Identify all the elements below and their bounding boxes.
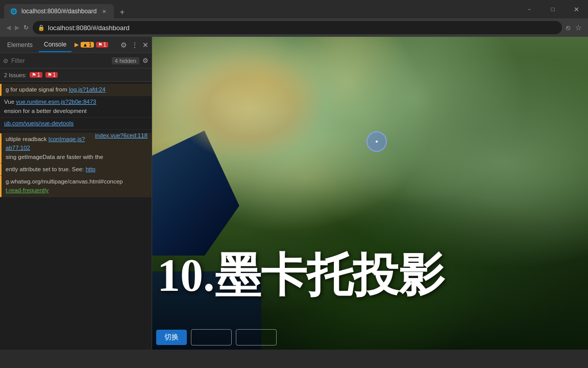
share-icon[interactable]: ⎋ bbox=[566, 24, 570, 32]
secure-icon: 🔒 bbox=[38, 25, 45, 31]
error-badge: ⚑ 1 bbox=[96, 42, 109, 48]
filter-settings-icon[interactable]: ⚙ bbox=[142, 57, 149, 64]
log-text-7: g.whatwg.org/multipage/canvas.html#conce… bbox=[6, 178, 123, 185]
console-log: g for update signal from log.js?1afd:24 … bbox=[0, 82, 152, 350]
devtools-panel: Elements Console ▶ ▲ 1 ⚑ 1 bbox=[0, 37, 152, 350]
filter-icon: ⊘ bbox=[3, 57, 8, 64]
settings-icon[interactable]: ⚙ bbox=[119, 40, 128, 50]
nav-refresh-icon[interactable]: ↻ bbox=[23, 24, 29, 31]
log-link-6[interactable]: http bbox=[86, 166, 95, 172]
issues-err-badge: ⚑ 1 bbox=[45, 72, 58, 78]
bottom-buttons-bar: 切换 bbox=[152, 325, 588, 350]
close-button[interactable]: ✕ bbox=[565, 0, 588, 18]
address-input[interactable] bbox=[33, 21, 562, 34]
log-link-2[interactable]: vue.runtime.esm.js?2b0e:8473 bbox=[16, 99, 96, 105]
map-title: 10. 墨卡托投影 bbox=[157, 252, 445, 298]
log-entry-3: ub.com/vuejs/vue-devtools bbox=[0, 118, 152, 130]
tab-close-button[interactable]: ✕ bbox=[101, 8, 108, 15]
bookmark-icon[interactable]: ☆ bbox=[575, 24, 582, 32]
nav-back-icon[interactable]: ◀ bbox=[6, 24, 11, 31]
log-entry-1: g for update signal from log.js?1afd:24 bbox=[0, 84, 152, 96]
log-link-3[interactable]: ub.com/vuejs/vue-devtools bbox=[4, 120, 74, 126]
run-icon: ▶ bbox=[75, 41, 79, 48]
issues-bar: 2 Issues: ⚑ 1 ⚑ 1 bbox=[0, 68, 152, 82]
close-devtools-icon[interactable]: ✕ bbox=[141, 40, 150, 50]
issues-warn-icon: ⚑ bbox=[32, 72, 36, 78]
address-container: 🔒 bbox=[33, 21, 562, 34]
warn-badge: ▲ 1 bbox=[81, 42, 93, 48]
switch-button[interactable]: 切换 bbox=[156, 330, 187, 345]
more-options-icon[interactable]: ⋮ bbox=[130, 40, 139, 50]
log-link-4[interactable]: index.vue?6ced:118 bbox=[95, 131, 148, 140]
log-text-1: g for update signal from bbox=[6, 86, 69, 93]
log-text-5a: ultiple readback bbox=[6, 136, 48, 142]
tab-elements[interactable]: Elements bbox=[2, 38, 38, 52]
terrain-detail-1 bbox=[195, 37, 326, 131]
error-flag-icon: ⚑ bbox=[98, 42, 103, 48]
window-controls: － □ ✕ bbox=[518, 0, 588, 18]
issues-warn-badge: ⚑ 1 bbox=[30, 72, 42, 78]
devtools-tabs: Elements Console ▶ ▲ 1 ⚑ 1 bbox=[0, 37, 152, 53]
log-entry-7: g.whatwg.org/multipage/canvas.html#conce… bbox=[0, 176, 152, 197]
log-entry-2: Vue vue.runtime.esm.js?2b0e:8473 ension … bbox=[0, 96, 152, 118]
issues-err-icon: ⚑ bbox=[47, 72, 52, 78]
cursor-dot bbox=[376, 141, 378, 143]
map-area: 10. 墨卡托投影 切换 bbox=[152, 37, 588, 350]
outline-button-2[interactable] bbox=[236, 329, 277, 346]
issues-label: 2 Issues: bbox=[4, 72, 27, 78]
nav-forward-icon[interactable]: ▶ bbox=[15, 24, 19, 31]
log-entry-4: index.vue?6ced:118 bbox=[0, 130, 152, 133]
address-bar: ◀ ▶ ↻ 🔒 ⎋ ☆ bbox=[0, 18, 588, 37]
tab-console[interactable]: Console bbox=[39, 38, 71, 52]
restore-button[interactable]: □ bbox=[541, 0, 565, 18]
filter-input[interactable] bbox=[11, 57, 109, 64]
log-text-6: ently attribute set to true. See: bbox=[6, 166, 86, 172]
minimize-button[interactable]: － bbox=[518, 0, 541, 18]
filter-bar: ⊘ 4 hidden ⚙ bbox=[0, 53, 152, 68]
main-layout: Elements Console ▶ ▲ 1 ⚑ 1 bbox=[0, 37, 588, 350]
address-actions: ⎋ ☆ bbox=[566, 24, 582, 32]
new-tab-button[interactable]: + bbox=[116, 6, 128, 18]
log-text-2a: Vue bbox=[4, 99, 16, 105]
log-link-7[interactable]: t-read-frequently bbox=[6, 187, 48, 193]
outline-button-1[interactable] bbox=[191, 329, 232, 346]
active-tab[interactable]: 🌐 localhost:8080/#/dashboard ✕ bbox=[4, 4, 114, 18]
tab-favicon: 🌐 bbox=[10, 8, 17, 15]
title-chinese: 墨卡托投影 bbox=[215, 252, 445, 298]
tab-label: localhost:8080/#/dashboard bbox=[21, 8, 96, 15]
title-number: 10. bbox=[157, 252, 215, 298]
devtools-tab-icons: ▶ ▲ 1 ⚑ 1 bbox=[75, 41, 108, 48]
hidden-count-badge: 4 hidden bbox=[112, 57, 139, 64]
log-link-1[interactable]: log.js?1afd:24 bbox=[69, 86, 106, 93]
warn-triangle-icon: ▲ bbox=[83, 42, 88, 48]
tab-bar: 🌐 localhost:8080/#/dashboard ✕ + － □ ✕ bbox=[0, 0, 588, 18]
log-text-2b: ension for a better development bbox=[4, 108, 87, 114]
cursor-circle bbox=[366, 131, 387, 152]
log-entry-6: ently attribute set to true. See: http bbox=[0, 164, 152, 176]
devtools-tab-end: ⚙ ⋮ ✕ bbox=[119, 40, 150, 50]
log-text-5b: sing getImageData are faster with the bbox=[6, 154, 103, 160]
